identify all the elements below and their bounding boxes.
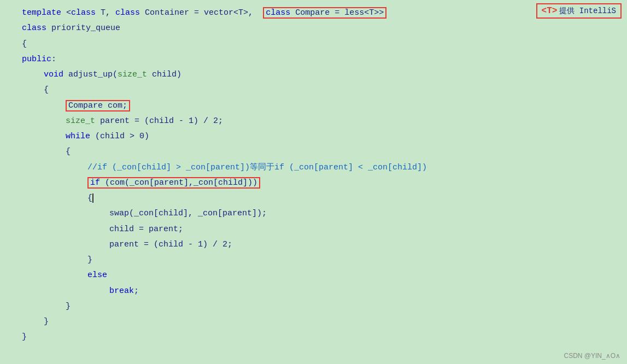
code-line-8: size_t parent = (child - 1) / 2;: [0, 114, 627, 129]
watermark: CSDN @YIN_∧O∧: [564, 352, 620, 360]
code-line-3: {: [0, 37, 627, 52]
code-line-5: void adjust_up(size_t child): [0, 67, 627, 83]
code-line-6: {: [0, 83, 627, 98]
code-line-11: //if (_con[child] > _con[parent])等同于if (…: [0, 160, 627, 175]
code-line-19: break;: [0, 284, 627, 299]
code-line-20: }: [0, 299, 627, 314]
code-line-4: public:: [0, 52, 627, 67]
line10-content: {: [0, 145, 71, 159]
code-line-17: }: [0, 253, 627, 268]
highlight-if-com: if (com(_con[parent],_con[child])): [87, 177, 260, 189]
code-line-13: {: [0, 191, 627, 206]
highlight-compare: class Compare = less<T>>: [263, 7, 386, 19]
line9-content: while (child > 0): [0, 130, 149, 144]
code-editor: <T> 提供 IntelliS template <class T, class…: [0, 0, 627, 364]
code-line-7: Compare com;: [0, 98, 627, 114]
line19-content: break;: [0, 284, 139, 298]
line15-content: child = parent;: [0, 222, 183, 237]
code-line-1: template <class T, class Container = vec…: [0, 5, 627, 21]
code-line-10: {: [0, 144, 627, 160]
line8-content: size_t parent = (child - 1) / 2;: [0, 114, 223, 128]
code-line-21: }: [0, 314, 627, 330]
line1-content: template <class T, class Container = vec…: [0, 6, 386, 20]
line5-content: void adjust_up(size_t child): [0, 68, 181, 82]
line6-content: {: [0, 83, 49, 97]
code-line-12: if (com(_con[parent],_con[child])): [0, 175, 627, 191]
code-line-2: class priority_queue: [0, 21, 627, 36]
line13-content: {: [0, 191, 93, 206]
code-line-15: child = parent;: [0, 222, 627, 237]
line21-content: }: [0, 315, 49, 329]
line3-content: {: [0, 37, 27, 51]
code-line-16: parent = (child - 1) / 2;: [0, 237, 627, 253]
code-line-14: swap(_con[child], _con[parent]);: [0, 206, 627, 221]
line4-content: public:: [0, 52, 56, 67]
line12-content: if (com(_con[parent],_con[child])): [0, 176, 260, 190]
line7-content: Compare com;: [0, 99, 130, 113]
code-line-18: else: [0, 268, 627, 283]
line20-content: }: [0, 300, 71, 314]
highlight-compare-com: Compare com;: [66, 100, 130, 111]
code-line-22: }: [0, 330, 627, 345]
line2-content: class priority_queue: [0, 21, 120, 36]
line16-content: parent = (child - 1) / 2;: [0, 238, 232, 252]
code-line-9: while (child > 0): [0, 129, 627, 144]
line11-content: //if (_con[child] > _con[parent])等同于if (…: [0, 161, 427, 175]
line14-content: swap(_con[child], _con[parent]);: [0, 207, 267, 221]
line22-content: }: [0, 330, 27, 344]
line17-content: }: [0, 253, 92, 267]
line18-content: else: [0, 268, 107, 283]
